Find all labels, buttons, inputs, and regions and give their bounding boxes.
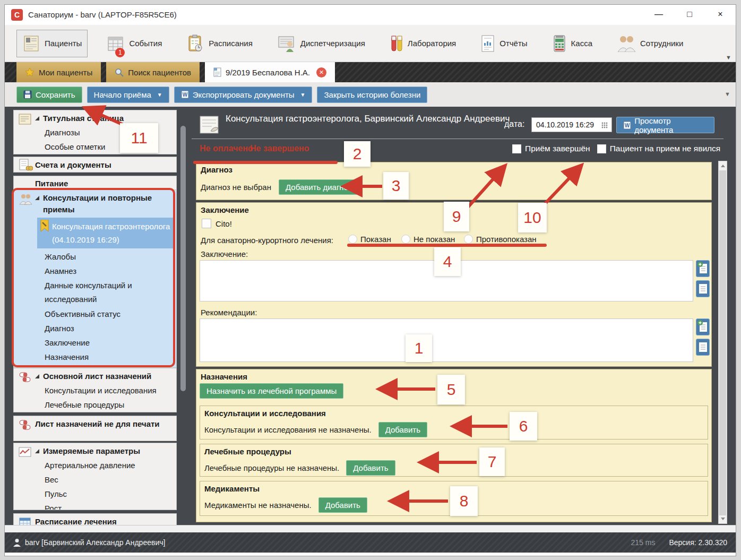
toolbar-item-dispatch[interactable]: Диспетчеризация <box>272 30 370 57</box>
toolbar-item-patients[interactable]: Пациенты <box>16 30 88 57</box>
radio-icon[interactable] <box>348 235 357 244</box>
main-scrollbar-thumb[interactable] <box>719 170 726 515</box>
cito-checkbox[interactable]: Cito! <box>202 219 232 228</box>
tab-my-patients[interactable]: Мои пациенты <box>16 62 101 82</box>
templates-button[interactable] <box>696 280 710 297</box>
header-divider <box>192 139 723 139</box>
sidebar-item-main-prescription[interactable]: Основной лист назначений <box>35 368 176 383</box>
tab-history-bespalova[interactable]: 9/2019 Беспалова Н.А. ✕ <box>205 62 335 82</box>
sidebar-item-objective-status[interactable]: Объективный статус <box>14 307 176 321</box>
horizontal-scroll-strip[interactable] <box>5 525 736 532</box>
tabbar: Мои пациенты Поиск пациентов 9/2019 Бесп… <box>5 62 736 82</box>
consultation-doc-icon <box>199 115 221 135</box>
start-reception-label: Начало приёма <box>94 90 151 99</box>
checkbox-icon[interactable] <box>597 144 606 153</box>
reception-done-checkbox[interactable]: Приём завершён <box>512 144 590 153</box>
templates-button[interactable] <box>696 339 710 356</box>
sidebar-item-pulse[interactable]: Пульс <box>14 487 176 501</box>
close-button[interactable]: × <box>705 5 736 25</box>
minimize-button[interactable]: — <box>643 5 674 25</box>
tab-close-icon[interactable]: ✕ <box>316 67 326 77</box>
view-document-button[interactable]: W Просмотр документа <box>616 117 714 133</box>
sidebar-item-weight[interactable]: Вес <box>14 472 176 487</box>
conclusion-textarea[interactable] <box>200 260 693 301</box>
scroll-down-icon[interactable] <box>719 515 727 523</box>
toolbar-item-events[interactable]: События 1 <box>101 30 167 57</box>
toolbar-item-schedules[interactable]: Расписания <box>181 30 257 57</box>
tab-label: 9/2019 Беспалова Н.А. <box>226 68 310 77</box>
maximize-button[interactable]: □ <box>674 5 705 25</box>
date-picker-icon[interactable] <box>601 122 608 129</box>
dispatch-icon <box>277 35 296 52</box>
actionbar-overflow-caret[interactable]: ▼ <box>725 91 730 97</box>
toolbar-item-staff[interactable]: Сотрудники <box>611 30 688 57</box>
sidebar-item-selected-consultation[interactable]: Консультация гастроэнтеролога (04.10.201… <box>37 218 175 248</box>
add-consult-research-button[interactable]: Добавить <box>378 422 427 437</box>
expander-icon[interactable] <box>35 449 39 453</box>
sidebar-item-consult-research[interactable]: Консультации и исследования <box>14 383 176 398</box>
sidebar-item-treatment-schedule[interactable]: Расписание лечения <box>35 514 176 525</box>
sidebar-scrollbar-thumb[interactable] <box>180 126 186 391</box>
treatment-schedule-icon <box>18 516 33 525</box>
tab-label: Поиск пациентов <box>128 68 191 77</box>
sidebar-item-height[interactable]: Рост <box>14 501 176 510</box>
sidebar-item-diagnoses[interactable]: Диагнозы <box>14 125 176 140</box>
patients-icon <box>22 35 40 52</box>
sidebar-item-anamnesis[interactable]: Анамнез <box>14 264 176 278</box>
radio-icon[interactable] <box>401 235 410 244</box>
save-button[interactable]: Сохранить <box>16 87 82 103</box>
add-template-button[interactable] <box>696 318 710 335</box>
toolbar-item-label: Пациенты <box>45 39 82 48</box>
no-show-checkbox[interactable]: Пациент на прием не явился <box>597 144 721 153</box>
toolbar-item-cashier[interactable]: Касса <box>547 30 598 57</box>
content-body: Титульная страница Диагнозы Особые отмет… <box>5 107 736 525</box>
latency-indicator: 215 ms <box>631 538 655 547</box>
sidebar-item-appointments[interactable]: Назначения <box>14 350 176 364</box>
start-reception-button[interactable]: Начало приёма ▼ <box>87 87 169 103</box>
checkbox-icon[interactable] <box>202 219 211 228</box>
toolbar-item-lab[interactable]: Лаборатория <box>384 30 461 57</box>
treatment-label: Для санаторно-курортного лечения: <box>201 236 333 245</box>
tab-search-patients[interactable]: Поиск пациентов <box>106 62 200 82</box>
sidebar-item-blood-pressure[interactable]: Артериальное давление <box>14 458 176 472</box>
radio-contraindicated[interactable]: Противопоказан <box>464 235 537 244</box>
sidebar-item-invoices[interactable]: Счета и документы <box>35 157 176 172</box>
checkbox-icon[interactable] <box>512 144 521 153</box>
sidebar-item-special-marks[interactable]: Особые отметки <box>14 140 176 154</box>
schedules-icon <box>186 35 204 53</box>
add-template-button[interactable] <box>696 260 710 277</box>
sidebar-item-consultations[interactable]: Консультации и повторные приемы <box>35 190 176 217</box>
expander-icon[interactable] <box>35 196 39 200</box>
sidebar-item-procedures[interactable]: Лечебные процедуры <box>14 398 176 412</box>
sidebar-item-diagnosis[interactable]: Диагноз <box>14 321 176 335</box>
toolbar-overflow-caret[interactable]: ▼ <box>726 54 731 61</box>
star-icon <box>25 67 35 77</box>
export-documents-button[interactable]: W Экспортировать документы ▼ <box>174 87 313 103</box>
radio-icon[interactable] <box>464 235 473 244</box>
sidebar-item-conclusion[interactable]: Заключение <box>14 335 176 350</box>
sidebar-item-consult-data[interactable]: Данные консультаций и исследований <box>14 278 176 307</box>
recommendations-textarea[interactable] <box>200 318 693 362</box>
expander-icon[interactable] <box>35 116 39 120</box>
user-icon <box>13 538 21 547</box>
add-diagnosis-button[interactable]: Добавить диагноз <box>279 179 359 195</box>
assign-from-program-button[interactable]: Назначить из лечебной программы <box>200 383 343 399</box>
expander-icon[interactable] <box>35 374 39 378</box>
sidebar-item-title-page[interactable]: Титульная страница <box>35 110 176 125</box>
radio-indicated[interactable]: Показан <box>348 235 391 244</box>
scroll-up-icon[interactable] <box>719 161 727 170</box>
sidebar-item-measured-params[interactable]: Измеряемые параметры <box>35 443 176 458</box>
main-scrollbar[interactable] <box>718 161 727 524</box>
toolbar-item-reports[interactable]: Отчёты <box>475 30 532 57</box>
radio-not-indicated[interactable]: Не показан <box>401 235 455 244</box>
close-history-button[interactable]: Закрыть историю болезни <box>317 87 427 103</box>
events-badge: 1 <box>115 48 125 57</box>
sidebar-scrollbar[interactable] <box>180 111 186 521</box>
sidebar-item-nutrition[interactable]: Питание <box>35 176 176 190</box>
add-procedure-button[interactable]: Добавить <box>346 460 395 476</box>
add-medication-button[interactable]: Добавить <box>318 497 367 513</box>
sidebar-item-unprinted-prescription[interactable]: Лист назначений не для печати <box>35 416 176 431</box>
sidebar-item-complaints[interactable]: Жалобы <box>14 249 176 264</box>
staff-icon <box>617 35 636 52</box>
date-input[interactable]: 04.10.2019 16:29 <box>531 117 612 132</box>
